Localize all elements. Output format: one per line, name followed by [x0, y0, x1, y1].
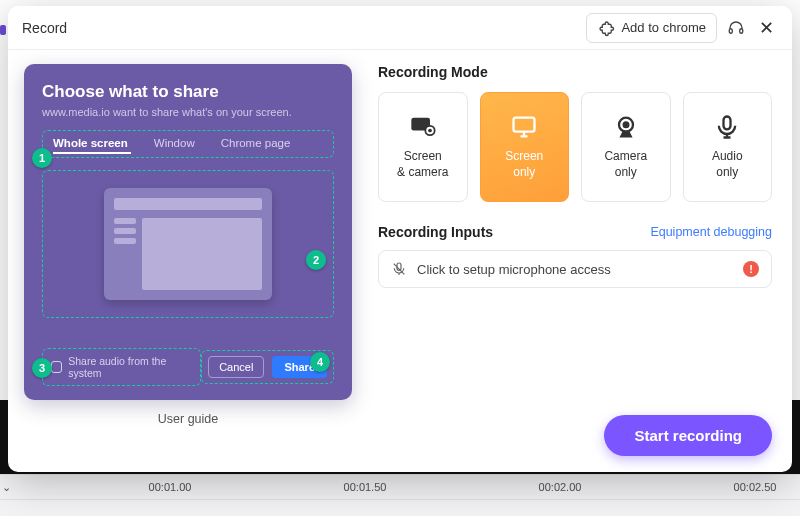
- svg-point-7: [623, 123, 628, 128]
- share-title: Choose what to share: [42, 82, 334, 102]
- extension-icon: [597, 19, 615, 37]
- warning-icon: !: [743, 261, 759, 277]
- window-mock-icon: [104, 188, 272, 300]
- timeline-tick: 00:01.50: [344, 481, 387, 493]
- mic-setup-text: Click to setup microphone access: [417, 262, 611, 277]
- svg-rect-1: [740, 28, 743, 33]
- share-subtitle: www.media.io want to share what's on you…: [42, 106, 334, 118]
- start-recording-button[interactable]: Start recording: [604, 415, 772, 456]
- timeline-tick: 00:02.50: [734, 481, 777, 493]
- modal-header: Record Add to chrome ✕: [8, 6, 792, 50]
- mode-camera-only[interactable]: Cameraonly: [581, 92, 671, 202]
- share-audio-checkbox[interactable]: Share audio from the system: [42, 348, 201, 386]
- user-guide-label: User guide: [158, 412, 218, 426]
- mode-screen-and-camera[interactable]: Screen& camera: [378, 92, 468, 202]
- timeline-tick: 00:01.00: [149, 481, 192, 493]
- mode-screen-only[interactable]: Screenonly: [480, 92, 570, 202]
- step-badge-4: 4: [310, 352, 330, 372]
- microphone-icon: [713, 113, 741, 141]
- timeline-tick: 00:02.00: [539, 481, 582, 493]
- tab-whole-screen[interactable]: Whole screen: [53, 137, 128, 149]
- step-badge-3: 3: [32, 358, 52, 378]
- modal-title: Record: [22, 20, 67, 36]
- mic-muted-icon: [391, 261, 407, 277]
- cancel-button[interactable]: Cancel: [208, 356, 264, 378]
- svg-rect-0: [729, 28, 732, 33]
- webcam-icon: [612, 113, 640, 141]
- record-modal: Record Add to chrome ✕ 1 2 3 4 Choose wh…: [8, 6, 792, 472]
- screen-icon: [510, 113, 538, 141]
- recording-mode-heading: Recording Mode: [378, 64, 772, 80]
- svg-rect-8: [724, 117, 731, 130]
- svg-rect-5: [514, 118, 535, 132]
- equipment-debugging-link[interactable]: Equipment debugging: [650, 225, 772, 239]
- tab-chrome-page[interactable]: Chrome page: [221, 137, 291, 149]
- tab-window[interactable]: Window: [154, 137, 195, 149]
- microphone-setup-row[interactable]: Click to setup microphone access !: [378, 250, 772, 288]
- share-dialog-preview: 1 2 3 4 Choose what to share www.media.i…: [24, 64, 352, 400]
- share-tabs: Whole screen Window Chrome page: [42, 130, 334, 158]
- screen-camera-icon: [409, 113, 437, 141]
- add-to-chrome-button[interactable]: Add to chrome: [586, 13, 717, 43]
- close-icon[interactable]: ✕: [755, 15, 778, 41]
- timeline-ruler[interactable]: ⌄ 00:01.00 00:01.50 00:02.00 00:02.50: [0, 474, 800, 516]
- screen-preview[interactable]: [42, 170, 334, 318]
- step-badge-2: 2: [306, 250, 326, 270]
- svg-point-4: [428, 129, 432, 133]
- headset-icon[interactable]: [727, 19, 745, 37]
- step-badge-1: 1: [32, 148, 52, 168]
- mode-audio-only[interactable]: Audioonly: [683, 92, 773, 202]
- recording-inputs-heading: Recording Inputs: [378, 224, 493, 240]
